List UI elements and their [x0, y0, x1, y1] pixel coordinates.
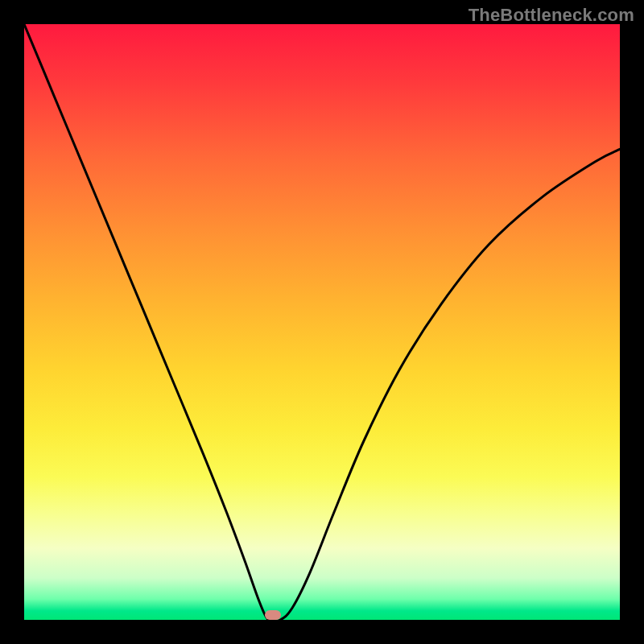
plot-area — [24, 24, 620, 620]
chart-frame: TheBottleneck.com — [0, 0, 644, 644]
watermark-text: TheBottleneck.com — [469, 5, 634, 26]
bottleneck-curve — [24, 24, 620, 620]
curve-svg — [24, 24, 620, 620]
optimum-marker — [265, 610, 281, 620]
